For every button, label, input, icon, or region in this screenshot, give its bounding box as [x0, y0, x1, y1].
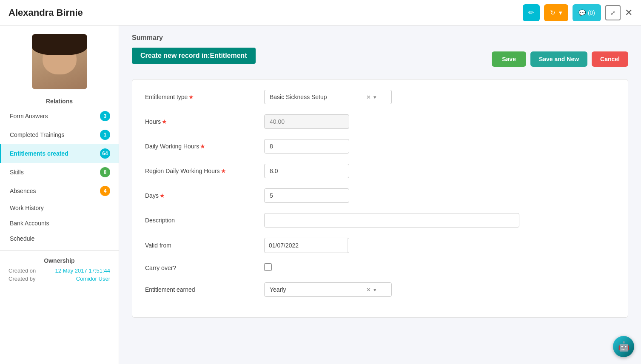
created-by-row: Created by Comidor User [9, 276, 110, 282]
carry-over-row: Carry over? [145, 263, 615, 272]
refresh-dropdown-button[interactable]: ↻ ▾ [544, 4, 568, 21]
days-row: Days★ [145, 188, 615, 203]
sidebar-item-skills[interactable]: Skills 8 [0, 163, 119, 182]
days-input[interactable] [264, 188, 349, 203]
description-row: Description [145, 213, 615, 228]
edit-icon: ✏ [528, 9, 534, 17]
created-by-value: Comidor User [76, 276, 110, 282]
created-on-row: Created on 12 May 2017 17:51:44 [9, 267, 110, 274]
save-button[interactable]: Save [492, 51, 526, 67]
entitlement-type-select[interactable]: Basic Sickness Setup ✕ ▾ [264, 90, 392, 104]
chatbot-avatar[interactable]: 🤖 [613, 336, 634, 357]
valid-from-date-wrapper: 📅 [264, 238, 349, 253]
entitlement-type-value: Basic Sickness Setup [270, 94, 327, 100]
nav-label-work-history: Work History [10, 205, 44, 211]
nav-badge-completed-trainings: 1 [100, 130, 110, 140]
hours-input[interactable] [264, 114, 349, 129]
valid-from-label: Valid from [145, 242, 264, 249]
close-button[interactable]: ✕ [625, 8, 632, 17]
entitlement-earned-label: Entitlement earned [145, 286, 264, 293]
relations-section-title: Relations [0, 94, 119, 107]
nav-label-absences: Absences [10, 188, 36, 194]
cancel-button[interactable]: Cancel [592, 51, 628, 67]
clear-icon[interactable]: ✕ [366, 94, 371, 100]
created-on-value: 12 May 2017 17:51:44 [55, 267, 110, 274]
chevron-down-icon[interactable]: ▾ [373, 94, 376, 100]
sidebar-item-absences[interactable]: Absences 4 [0, 182, 119, 200]
clear-select-icon[interactable]: ✕ [366, 287, 371, 293]
hours-field [264, 114, 615, 129]
nav-label-form-answers: Form Answers [10, 113, 48, 119]
valid-from-row: Valid from 📅 [145, 238, 615, 253]
save-and-new-button[interactable]: Save and New [530, 51, 587, 67]
sidebar-item-completed-trainings[interactable]: Completed Trainings 1 [0, 125, 119, 144]
description-field [264, 213, 615, 228]
app-header: Alexandra Birnie ✏ ↻ ▾ 💬 (0) ⤢ ✕ [0, 0, 641, 26]
region-daily-working-hours-input[interactable] [264, 164, 349, 178]
page-title: Alexandra Birnie [9, 7, 83, 18]
create-banner: Create new record in:Entitlement [132, 48, 256, 64]
entitlement-earned-field: Yearly ✕ ▾ [264, 282, 615, 297]
nav-badge-entitlements-created: 64 [100, 148, 110, 159]
chevron-down-select-icon[interactable]: ▾ [373, 287, 376, 293]
hours-row: Hours★ [145, 114, 615, 129]
entitlement-earned-row: Entitlement earned Yearly ✕ ▾ [145, 282, 615, 297]
daily-working-hours-input[interactable] [264, 139, 349, 154]
sidebar-item-entitlements-created[interactable]: Entitlements created 64 [0, 144, 119, 163]
days-label: Days★ [145, 192, 264, 199]
required-star: ★ [188, 94, 194, 100]
sidebar-item-work-history[interactable]: Work History [0, 200, 119, 216]
valid-from-input[interactable] [265, 239, 348, 252]
nav-badge-skills: 8 [100, 167, 110, 177]
comment-icon: 💬 [578, 9, 586, 16]
nav-label-bank-accounts: Bank Accounts [10, 220, 49, 227]
sidebar-item-schedule[interactable]: Schedule [0, 231, 119, 246]
form-card: Entitlement type★ Basic Sickness Setup ✕… [132, 79, 628, 318]
days-field [264, 188, 615, 203]
carry-over-field [264, 263, 615, 272]
refresh-icon: ↻ [550, 9, 556, 17]
nav-label-skills: Skills [10, 169, 24, 176]
daily-working-hours-row: Daily Working Hours★ [145, 139, 615, 154]
comment-count: (0) [588, 9, 595, 16]
robot-icon: 🤖 [618, 341, 630, 352]
region-daily-working-hours-row: Region Daily Working Hours★ [145, 164, 615, 178]
sidebar: Relations Form Answers 3 Completed Train… [0, 26, 119, 364]
daily-working-hours-field [264, 139, 615, 154]
created-on-label: Created on [9, 267, 36, 274]
edit-button[interactable]: ✏ [523, 4, 540, 21]
expand-icon: ⤢ [610, 9, 615, 16]
carry-over-checkbox[interactable] [264, 263, 272, 271]
nav-badge-form-answers: 3 [100, 111, 110, 121]
region-daily-working-hours-label: Region Daily Working Hours★ [145, 168, 264, 174]
valid-from-field: 📅 [264, 238, 615, 253]
description-input[interactable] [264, 213, 519, 228]
dropdown-arrow: ▾ [559, 9, 562, 17]
calendar-button[interactable]: 📅 [348, 238, 349, 253]
ownership-section: Ownership Created on 12 May 2017 17:51:4… [0, 250, 119, 290]
entitlement-type-label: Entitlement type★ [145, 94, 264, 100]
description-label: Description [145, 217, 264, 224]
close-icon: ✕ [625, 7, 632, 18]
comment-button[interactable]: 💬 (0) [573, 4, 601, 21]
entitlement-earned-select[interactable]: Yearly ✕ ▾ [264, 282, 392, 297]
avatar [32, 34, 87, 89]
expand-button[interactable]: ⤢ [605, 5, 621, 20]
hours-label: Hours★ [145, 118, 264, 125]
sidebar-item-bank-accounts[interactable]: Bank Accounts [0, 216, 119, 231]
main-content: Summary Create new record in:Entitlement… [119, 26, 641, 364]
main-layout: Relations Form Answers 3 Completed Train… [0, 26, 641, 364]
action-row: Create new record in:Entitlement Save Sa… [132, 48, 628, 71]
sidebar-item-form-answers[interactable]: Form Answers 3 [0, 107, 119, 125]
avatar-container [0, 26, 119, 94]
daily-working-hours-label: Daily Working Hours★ [145, 143, 264, 150]
entitlement-type-row: Entitlement type★ Basic Sickness Setup ✕… [145, 90, 615, 104]
nav-label-schedule: Schedule [10, 235, 34, 242]
nav-label-completed-trainings: Completed Trainings [10, 131, 64, 138]
summary-title: Summary [132, 34, 628, 42]
header-actions: ✏ ↻ ▾ 💬 (0) ⤢ ✕ [523, 4, 632, 21]
ownership-title: Ownership [9, 257, 110, 264]
region-daily-working-hours-field [264, 164, 615, 178]
nav-badge-absences: 4 [100, 186, 110, 196]
carry-over-label: Carry over? [145, 264, 264, 271]
